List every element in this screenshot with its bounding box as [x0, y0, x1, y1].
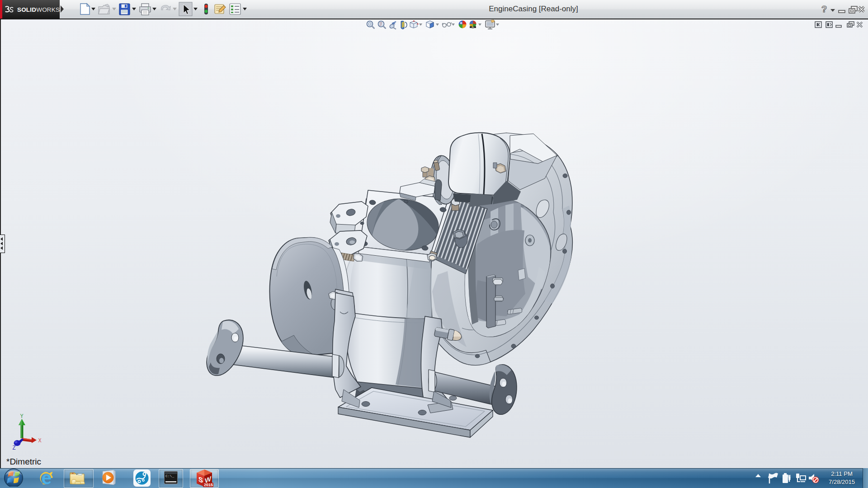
- svg-text:Z: Z: [12, 445, 15, 451]
- svg-text:Y: Y: [20, 413, 23, 420]
- svg-text:X: X: [38, 438, 41, 444]
- svg-text:2015: 2015: [204, 483, 213, 487]
- svg-text:C:\_: C:\_: [165, 474, 174, 478]
